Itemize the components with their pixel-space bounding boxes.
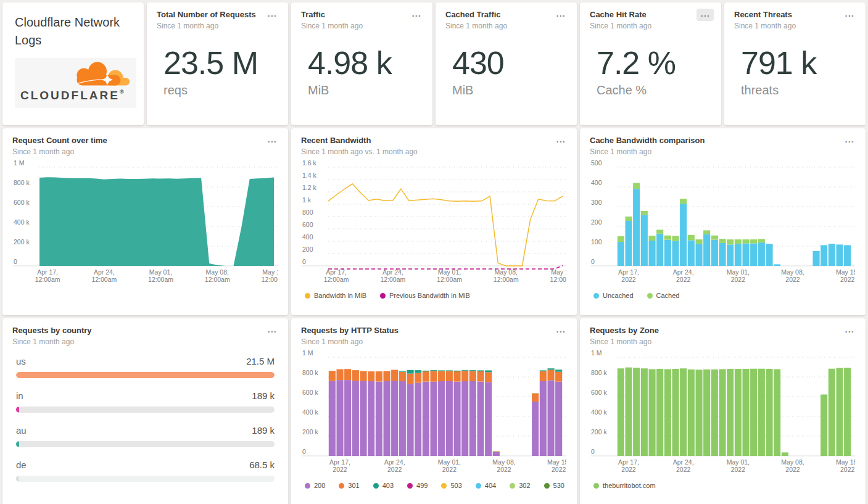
svg-text:12:00am: 12:00am	[494, 276, 519, 283]
brand-panel: Cloudflare Network Logs CLOUDFLARE®	[2, 2, 144, 125]
panel-menu-button[interactable]: ...	[841, 134, 858, 147]
svg-text:400 k: 400 k	[591, 408, 607, 416]
svg-text:12:00am: 12:00am	[91, 276, 117, 283]
legend-label: Previous Bandwidth in MiB	[389, 292, 470, 299]
svg-text:0: 0	[591, 448, 595, 455]
panel-menu-button[interactable]: ...	[408, 9, 425, 21]
legend-item[interactable]: Bandwidth in MiB	[305, 292, 366, 299]
svg-text:1 k: 1 k	[302, 196, 312, 204]
legend-label: 302	[519, 482, 530, 489]
svg-text:May 08,: May 08,	[781, 458, 804, 466]
legend-item[interactable]: 503	[441, 482, 461, 489]
svg-text:Apr 17,: Apr 17,	[329, 458, 350, 466]
chart-legend: Bandwidth in MiBPrevious Bandwidth in Mi…	[301, 292, 567, 299]
legend-label: 403	[382, 482, 394, 489]
panel-subtitle: Since 1 month ago	[590, 147, 705, 156]
svg-text:0: 0	[14, 258, 17, 265]
legend-item[interactable]: 499	[407, 482, 428, 489]
panel-menu-button[interactable]: ...	[841, 9, 858, 21]
legend-item[interactable]: 403	[373, 482, 394, 489]
stat-value: 7.2 %	[597, 46, 711, 80]
legend-item[interactable]: 200	[305, 482, 325, 489]
svg-text:May 08,: May 08,	[206, 268, 229, 276]
legend-item[interactable]: 302	[510, 482, 530, 489]
svg-text:1 M: 1 M	[14, 159, 25, 167]
svg-text:Apr 17,: Apr 17,	[326, 268, 347, 276]
country-bar-fill[interactable]	[16, 476, 19, 482]
svg-text:1.2 k: 1.2 k	[302, 184, 317, 191]
country-label: us	[16, 356, 26, 366]
panel-menu-button[interactable]: ...	[552, 134, 569, 147]
svg-text:200: 200	[591, 218, 602, 226]
panel-menu-button[interactable]: ...	[552, 324, 569, 337]
svg-text:Apr 17,: Apr 17,	[37, 268, 58, 276]
legend-item[interactable]: Cached	[647, 292, 680, 299]
legend-dot-icon	[305, 483, 310, 489]
panel-title: Recent Threats	[734, 10, 796, 20]
legend-item[interactable]: theburritobot.com	[593, 482, 656, 489]
zone-bar-chart[interactable]: 1 M800 k600 k400 k200 k0Apr 17,2022Apr 2…	[590, 349, 855, 477]
svg-text:1 M: 1 M	[591, 349, 602, 357]
chart-panel-requests-by-zone: Requests by Zone Since 1 month ago ... 1…	[580, 318, 866, 504]
svg-text:May 01,: May 01,	[149, 268, 172, 276]
stat-row: Cloudflare Network Logs CLOUDFLARE® Tota…	[2, 2, 866, 125]
svg-text:Apr 24,: Apr 24,	[384, 458, 405, 466]
cloudflare-wordmark: CLOUDFLARE®	[20, 89, 131, 102]
panel-subtitle: Since 1 month ago	[12, 147, 107, 156]
recent-bandwidth-line-chart[interactable]: 1.6 k1.4 k1.2 k1 k8006004002000Apr 17,12…	[301, 159, 566, 287]
legend-dot-icon	[544, 483, 550, 489]
svg-text:2022: 2022	[333, 466, 347, 473]
country-bar-fill[interactable]	[16, 441, 19, 447]
svg-text:Apr 17,: Apr 17,	[618, 268, 639, 276]
legend-dot-icon	[380, 293, 386, 299]
stat-panel-cache-hit-rate: Cache Hit Rate Since 1 month ago ... 7.2…	[580, 2, 721, 125]
svg-text:500: 500	[591, 159, 602, 167]
stat-unit: MiB	[452, 83, 567, 97]
http-status-bar-chart[interactable]: 1 M800 k600 k400 k200 k0Apr 17,2022Apr 2…	[301, 349, 566, 477]
panel-menu-button[interactable]: ...	[841, 324, 858, 337]
svg-text:12:00am: 12:00am	[324, 276, 349, 283]
panel-title: Cache Bandwidth comparison	[590, 136, 705, 146]
legend-label: 301	[348, 482, 359, 489]
legend-item[interactable]: 530	[544, 482, 564, 489]
legend-label: 200	[314, 482, 325, 489]
legend-item[interactable]: 301	[339, 482, 359, 489]
svg-text:May 15,: May 15,	[262, 268, 278, 276]
panel-menu-button[interactable]: ...	[263, 9, 281, 21]
country-row: de68.5 k	[16, 460, 275, 482]
legend-dot-icon	[441, 483, 447, 489]
svg-text:1 M: 1 M	[302, 349, 313, 357]
country-bar-fill[interactable]	[16, 372, 275, 378]
panel-menu-button[interactable]: ...	[263, 324, 281, 337]
legend-item[interactable]: 404	[476, 482, 496, 489]
panel-subtitle: Since 1 month ago	[445, 22, 507, 30]
request-count-area-chart[interactable]: 1 M800 k600 k400 k200 k0Apr 17,12:00amAp…	[12, 159, 278, 287]
svg-text:May 08,: May 08,	[492, 458, 515, 466]
panel-menu-button[interactable]: ...	[263, 134, 281, 147]
country-row: in189 k	[16, 390, 275, 413]
country-row: au189 k	[16, 425, 275, 447]
panel-menu-button[interactable]: ...	[696, 9, 714, 21]
chart-row-2: Requests by country Since 1 month ago ..…	[2, 318, 866, 504]
svg-text:800 k: 800 k	[14, 179, 30, 186]
legend-label: Cached	[656, 292, 680, 299]
legend-label: 503	[450, 482, 461, 489]
panel-subtitle: Since 1 month ago	[12, 337, 92, 346]
svg-text:1.4 k: 1.4 k	[302, 171, 317, 179]
panel-subtitle: Since 1 month ago	[590, 22, 651, 30]
country-bar-fill[interactable]	[16, 407, 19, 413]
panel-menu-button[interactable]: ...	[552, 9, 569, 21]
legend-label: Bandwidth in MiB	[314, 292, 366, 299]
legend-label: theburritobot.com	[603, 482, 656, 489]
legend-item[interactable]: Uncached	[593, 292, 634, 299]
legend-item[interactable]: Previous Bandwidth in MiB	[380, 292, 470, 299]
svg-text:800: 800	[302, 209, 313, 216]
cache-bandwidth-bar-chart[interactable]: 5004003002001000Apr 17,2022Apr 24,2022Ma…	[590, 159, 855, 287]
svg-text:2022: 2022	[840, 276, 855, 283]
stat-unit: MiB	[308, 83, 423, 97]
panel-subtitle: Since 1 month ago	[301, 337, 399, 346]
panel-title: Request Count over time	[12, 136, 107, 146]
svg-text:2022: 2022	[442, 466, 457, 473]
svg-text:1.6 k: 1.6 k	[302, 159, 317, 167]
country-label: de	[16, 460, 27, 470]
